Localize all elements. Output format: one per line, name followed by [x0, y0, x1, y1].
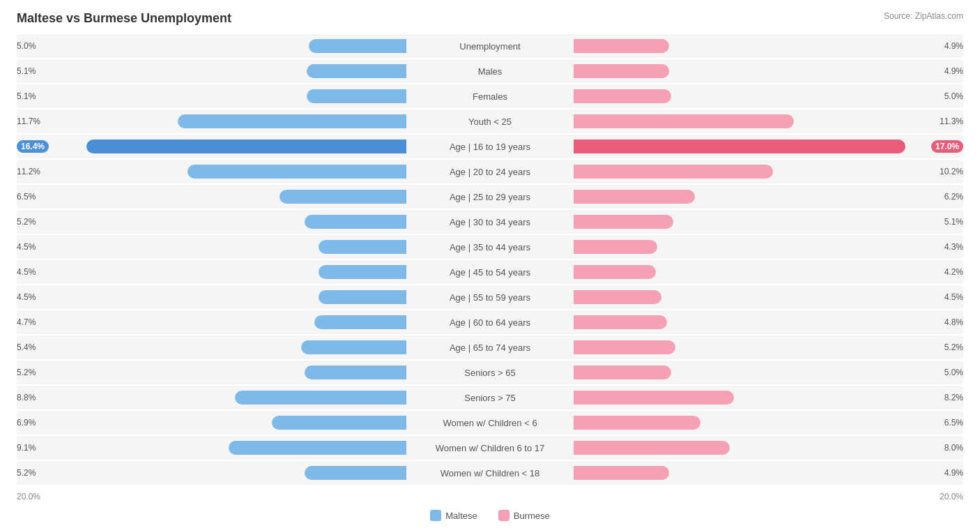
blue-bar [309, 39, 406, 53]
legend-maltese: Maltese [430, 510, 477, 521]
left-section: 4.5% [17, 285, 406, 309]
axis-left: 20.0% [17, 492, 40, 501]
chart-header: Maltese vs Burmese Unemployment Source: … [17, 11, 963, 26]
right-section: 8.2% [574, 386, 963, 409]
blue-bar [229, 441, 406, 455]
left-section: 5.2% [17, 361, 406, 384]
axis-right: 20.0% [940, 492, 963, 501]
chart-title: Maltese vs Burmese Unemployment [17, 11, 231, 26]
left-section: 4.5% [17, 260, 406, 284]
right-section: 5.1% [574, 210, 963, 234]
left-value: 5.1% [17, 66, 36, 76]
right-value: 4.9% [944, 41, 963, 51]
center-label: Women w/ Children < 6 [406, 418, 574, 428]
right-value: 5.2% [944, 342, 963, 352]
center-label: Age | 55 to 59 years [406, 292, 574, 303]
right-value: 4.5% [944, 292, 963, 302]
pink-bar [574, 190, 695, 204]
left-value: 11.7% [17, 116, 40, 126]
left-section: 5.1% [17, 59, 406, 83]
blue-bar [235, 391, 406, 405]
right-section: 4.9% [574, 34, 963, 58]
chart-row: 5.4%Age | 65 to 74 years5.2% [17, 335, 963, 359]
left-value: 4.7% [17, 317, 36, 327]
burmese-label: Burmese [514, 511, 550, 521]
right-section: 5.2% [574, 335, 963, 359]
right-value: 8.0% [944, 443, 963, 453]
pink-bar [574, 240, 657, 254]
chart-row: 4.5%Age | 55 to 59 years4.5% [17, 285, 963, 309]
center-label: Age | 45 to 54 years [406, 267, 574, 278]
center-label: Seniors > 75 [406, 393, 574, 403]
left-section: 5.2% [17, 210, 406, 234]
right-value: 6.2% [944, 192, 963, 202]
chart-row: 11.2%Age | 20 to 24 years10.2% [17, 160, 963, 183]
pink-bar [574, 265, 656, 279]
pink-bar [574, 290, 661, 304]
left-value: 5.4% [17, 342, 36, 352]
pink-bar [574, 365, 671, 379]
right-value: 4.9% [944, 468, 963, 478]
right-section: 4.2% [574, 260, 963, 284]
right-section: 5.0% [574, 361, 963, 384]
chart-row: 16.4%Age | 16 to 19 years17.0% [17, 135, 963, 158]
pink-bar [574, 89, 671, 103]
left-section: 6.9% [17, 411, 406, 435]
blue-bar [319, 265, 406, 279]
chart-row: 5.2%Age | 30 to 34 years5.1% [17, 210, 963, 234]
left-value: 11.2% [17, 167, 40, 176]
left-section: 16.4% [17, 135, 406, 158]
left-value: 8.8% [17, 393, 36, 402]
pink-bar [574, 416, 700, 430]
center-label: Age | 30 to 34 years [406, 217, 574, 227]
maltese-color-swatch [430, 510, 441, 521]
right-value: 17.0% [931, 140, 963, 153]
left-value: 16.4% [17, 140, 49, 153]
right-value: 4.8% [944, 317, 963, 327]
pink-bar [574, 114, 794, 128]
center-label: Age | 16 to 19 years [406, 142, 574, 152]
left-value: 5.1% [17, 91, 36, 101]
blue-bar [305, 365, 406, 379]
right-section: 10.2% [574, 160, 963, 183]
blue-bar [307, 89, 406, 103]
chart-row: 5.0%Unemployment4.9% [17, 34, 963, 58]
blue-bar [307, 64, 406, 78]
chart-body: 5.0%Unemployment4.9%5.1%Males4.9%5.1%Fem… [17, 34, 963, 485]
pink-bar [574, 340, 675, 354]
left-value: 5.2% [17, 217, 36, 227]
right-section: 11.3% [574, 110, 963, 133]
left-section: 11.2% [17, 160, 406, 183]
blue-bar [305, 215, 406, 229]
left-section: 5.2% [17, 461, 406, 485]
right-value: 4.2% [944, 267, 963, 277]
chart-row: 11.7%Youth < 2511.3% [17, 110, 963, 133]
chart-row: 6.9%Women w/ Children < 66.5% [17, 411, 963, 435]
blue-bar [305, 466, 406, 480]
right-section: 4.3% [574, 235, 963, 259]
left-section: 11.7% [17, 110, 406, 133]
right-value: 4.3% [944, 242, 963, 252]
pink-bar [574, 215, 673, 229]
left-section: 9.1% [17, 436, 406, 460]
left-value: 5.2% [17, 468, 36, 478]
center-label: Women w/ Children < 18 [406, 468, 574, 478]
chart-row: 4.5%Age | 35 to 44 years4.3% [17, 235, 963, 259]
right-section: 8.0% [574, 436, 963, 460]
right-section: 5.0% [574, 84, 963, 108]
chart-row: 5.2%Women w/ Children < 184.9% [17, 461, 963, 485]
blue-bar [272, 416, 406, 430]
blue-bar [178, 114, 406, 128]
left-value: 6.9% [17, 418, 36, 428]
chart-row: 9.1%Women w/ Children 6 to 178.0% [17, 436, 963, 460]
left-value: 6.5% [17, 192, 36, 202]
chart-row: 6.5%Age | 25 to 29 years6.2% [17, 185, 963, 209]
blue-bar [187, 165, 406, 179]
pink-bar [574, 441, 730, 455]
pink-bar [574, 391, 734, 405]
pink-bar [574, 139, 905, 153]
maltese-label: Maltese [445, 511, 477, 521]
center-label: Women w/ Children 6 to 17 [406, 443, 574, 453]
left-value: 4.5% [17, 242, 36, 252]
right-value: 8.2% [944, 393, 963, 402]
